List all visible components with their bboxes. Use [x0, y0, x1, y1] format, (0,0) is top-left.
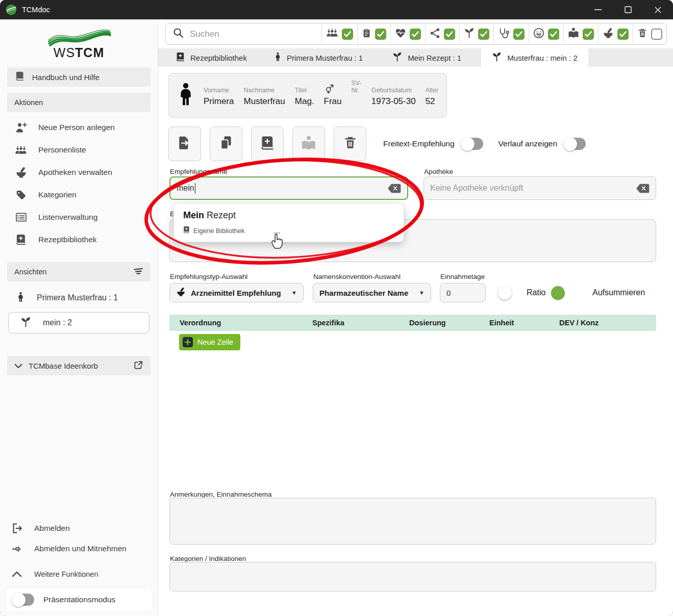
presentation-mode-row: Präsentationsmodus	[5, 587, 153, 612]
book-icon	[14, 71, 24, 83]
filter-group-tongue[interactable]	[529, 23, 563, 44]
mortar-pestle-icon	[14, 167, 28, 178]
minimize-button[interactable]	[583, 0, 613, 19]
people-group-icon	[326, 29, 338, 39]
empfehlungsname-label: Empfehlungsname	[170, 168, 228, 175]
filter-sort-icon[interactable]	[132, 267, 143, 277]
sidebar-item-abmelden[interactable]: Abmelden	[0, 518, 158, 538]
copy-icon	[219, 135, 233, 152]
filter-group-heart[interactable]	[390, 23, 425, 44]
presentation-mode-toggle[interactable]	[13, 594, 34, 606]
delete-recipe-button[interactable]	[334, 126, 366, 161]
empfehlungsname-input[interactable]: mein	[169, 176, 408, 200]
export-recipe-button[interactable]	[168, 126, 201, 161]
external-link-icon[interactable]	[133, 360, 143, 372]
filter-group-clipboard[interactable]	[357, 23, 390, 44]
filter-group-share[interactable]	[425, 23, 459, 44]
verlauf-toggle-label: Verlauf anzeigen	[498, 139, 557, 148]
sidebar-item-personenliste[interactable]: Personenliste	[0, 139, 158, 161]
freitext-toggle[interactable]	[462, 138, 483, 150]
tab-bar: Rezeptbibliothek Primera Musterfrau : 1 …	[158, 48, 673, 67]
search-input[interactable]: Suchen	[166, 28, 321, 41]
person-plus-icon	[14, 122, 28, 133]
chevron-down-icon	[14, 362, 22, 370]
filter-group-sprout[interactable]	[459, 23, 493, 44]
namenskonvention-select[interactable]: Pharmazeutischer Name ▼	[313, 283, 431, 302]
sidebar-item-abmelden-mitnehmen[interactable]: Abmelden und Mitnehmen	[0, 538, 158, 559]
person-reading-icon	[301, 136, 316, 152]
sidebar-item-neue-person[interactable]: Neue Person anlegen	[0, 116, 158, 139]
sidebar-item-kategorien[interactable]: Kategorien	[0, 184, 158, 206]
person-icon	[275, 52, 281, 63]
copy-recipe-button[interactable]	[210, 126, 242, 161]
search-icon	[173, 28, 184, 41]
anmerkungen-textarea[interactable]	[169, 498, 656, 545]
clear-input-icon[interactable]	[387, 184, 401, 193]
einnahmetage-label: Einnahmetage	[440, 273, 485, 280]
stethoscope-icon	[498, 28, 510, 41]
tab-primera-musterfrau[interactable]: Primera Musterfrau : 1	[264, 48, 373, 67]
sidebar-item-label: Handbuch und Hilfe	[32, 73, 99, 82]
sidebar-item-ideenkorb[interactable]: TCMbase Ideenkorb	[7, 356, 151, 375]
column-header: Dosierung	[399, 319, 479, 327]
checkbox-checked-icon[interactable]	[375, 29, 386, 40]
suggestion-item[interactable]: Mein Rezept	[183, 210, 394, 221]
checkbox-checked-icon[interactable]	[617, 29, 629, 40]
empfehlungstyp-select[interactable]: Arzneimittel Empfehlung ▼	[169, 283, 304, 302]
tab-musterfrau-mein[interactable]: Musterfrau : mein : 2	[481, 48, 588, 67]
sprout-icon	[492, 52, 502, 63]
freitext-toggle-label: Freitext-Empfehlung	[383, 139, 455, 148]
checkbox-checked-icon[interactable]	[444, 29, 455, 40]
einnahmetage-input[interactable]: 0	[440, 283, 486, 302]
sidebar-item-apotheken[interactable]: Apotheken verwalten	[0, 161, 158, 184]
sprout-icon	[20, 317, 31, 329]
checkbox-checked-icon[interactable]	[583, 29, 594, 40]
close-button[interactable]	[643, 0, 673, 19]
logout-icon	[10, 523, 23, 534]
kategorien-textarea[interactable]	[169, 562, 656, 592]
checkbox-checked-icon[interactable]	[513, 29, 525, 40]
sidebar-item-rezeptbibliothek[interactable]: Rezeptbibliothek	[0, 228, 158, 251]
column-header: DEV / Konz	[549, 319, 656, 327]
mortar-pestle-icon	[176, 288, 186, 298]
sidebar-item-weitere-funktionen[interactable]: Weitere Funktionen	[0, 564, 158, 584]
clear-input-icon[interactable]	[636, 184, 650, 193]
search-placeholder: Suchen	[190, 29, 219, 39]
filter-group-trash[interactable]	[633, 23, 666, 44]
main-panel: Suchen	[158, 19, 673, 616]
filter-group-stethoscope[interactable]	[493, 23, 529, 44]
add-to-library-button[interactable]	[251, 126, 284, 161]
mortar-pestle-icon	[603, 28, 614, 40]
filter-group-mortar[interactable]	[598, 23, 633, 44]
column-header: Spezifika	[302, 319, 399, 327]
ratio-label: Ratio	[527, 288, 545, 297]
column-header: Einheit	[479, 319, 549, 327]
checkbox-checked-icon[interactable]	[410, 29, 421, 40]
sidebar-view-recipe[interactable]: mein : 2	[8, 312, 149, 333]
suggestion-popup: Mein Rezept Eigene Bibliothek	[173, 203, 404, 242]
tab-mein-rezept[interactable]: Mein Rezept : 1	[382, 48, 472, 67]
apotheke-input[interactable]: Keine Apotheke verknüpft	[423, 176, 656, 200]
checkbox-checked-icon[interactable]	[548, 29, 559, 40]
book-plus-icon	[183, 226, 190, 235]
filter-group-reading[interactable]	[563, 23, 598, 44]
sidebar-item-handbuch[interactable]: Handbuch und Hilfe	[7, 67, 151, 87]
checkbox-unchecked-icon[interactable]	[651, 29, 662, 40]
maximize-button[interactable]	[613, 0, 643, 19]
titlebar: TCMdoc	[0, 0, 673, 19]
sidebar-item-listenverwaltung[interactable]: Listenverwaltung	[0, 206, 158, 228]
app-title: TCMdoc	[22, 6, 50, 14]
text-caret	[195, 183, 196, 194]
suggestion-source: Eigene Bibliothek	[183, 226, 394, 235]
logo-wave-icon	[45, 26, 113, 47]
tab-rezeptbibliothek[interactable]: Rezeptbibliothek	[165, 48, 258, 67]
checkbox-checked-icon[interactable]	[478, 29, 489, 40]
ansichten-header: Ansichten	[7, 262, 151, 281]
person-icon	[177, 83, 194, 108]
filter-group-people[interactable]	[321, 23, 357, 44]
checkbox-checked-icon[interactable]	[342, 29, 353, 40]
new-row-button[interactable]: Neue Zeile	[179, 334, 240, 350]
sidebar-view-person[interactable]: Primera Musterfrau : 1	[0, 287, 158, 309]
field-nachname: NachnameMusterfrau	[244, 85, 285, 107]
verlauf-toggle[interactable]	[564, 138, 586, 150]
